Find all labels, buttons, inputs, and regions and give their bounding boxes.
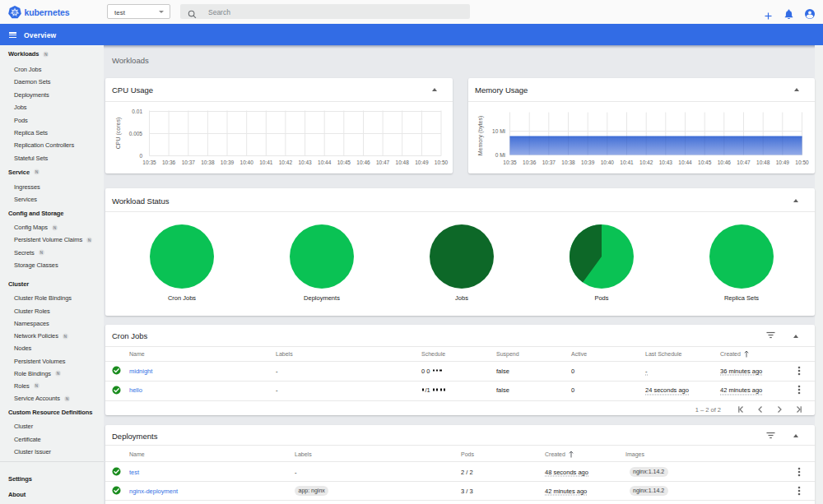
svg-text:10:47: 10:47	[737, 160, 751, 165]
svg-text:10:48: 10:48	[756, 160, 770, 165]
svg-text:0: 0	[139, 153, 142, 159]
svg-text:Jobs: Jobs	[455, 294, 468, 302]
svg-text:10:48: 10:48	[396, 160, 410, 165]
svg-text:10:46: 10:46	[356, 160, 370, 165]
svg-text:10:42: 10:42	[639, 160, 653, 165]
svg-text:10:36: 10:36	[523, 160, 537, 165]
svg-text:10:39: 10:39	[581, 160, 595, 165]
svg-text:10:46: 10:46	[718, 160, 732, 165]
svg-text:Memory (bytes): Memory (bytes)	[477, 116, 484, 156]
svg-text:Cron Jobs: Cron Jobs	[168, 294, 196, 302]
svg-text:10:40: 10:40	[601, 160, 615, 165]
svg-text:10:39: 10:39	[221, 160, 235, 165]
svg-text:10:38: 10:38	[561, 160, 575, 165]
svg-text:10:43: 10:43	[298, 160, 312, 165]
svg-text:10:37: 10:37	[542, 160, 556, 165]
svg-text:0 Mi: 0 Mi	[495, 152, 505, 158]
svg-text:Replica Sets: Replica Sets	[724, 294, 759, 302]
svg-text:10:50: 10:50	[795, 160, 809, 165]
svg-text:Pods: Pods	[594, 294, 608, 302]
svg-text:10 Mi: 10 Mi	[492, 128, 505, 134]
svg-text:10:42: 10:42	[279, 160, 293, 165]
svg-text:10:44: 10:44	[678, 160, 692, 165]
svg-text:CPU (cores): CPU (cores)	[115, 118, 122, 150]
svg-text:0.01: 0.01	[132, 109, 142, 114]
svg-text:10:36: 10:36	[162, 160, 176, 165]
svg-text:10:44: 10:44	[318, 160, 332, 165]
svg-text:10:43: 10:43	[659, 160, 673, 165]
svg-text:10:35: 10:35	[142, 160, 156, 165]
svg-text:0.005: 0.005	[129, 131, 143, 136]
svg-text:Deployments: Deployments	[304, 294, 340, 302]
svg-text:10:50: 10:50	[435, 160, 449, 165]
svg-text:10:49: 10:49	[415, 160, 429, 165]
svg-text:10:41: 10:41	[620, 160, 634, 165]
svg-text:10:49: 10:49	[776, 160, 790, 165]
svg-text:10:45: 10:45	[698, 160, 712, 165]
svg-text:10:40: 10:40	[240, 160, 254, 165]
svg-text:10:45: 10:45	[337, 160, 351, 165]
svg-text:10:38: 10:38	[201, 160, 215, 165]
svg-text:10:47: 10:47	[376, 160, 390, 165]
svg-text:10:37: 10:37	[182, 160, 196, 165]
svg-text:10:35: 10:35	[503, 160, 517, 165]
svg-text:10:41: 10:41	[259, 160, 273, 165]
